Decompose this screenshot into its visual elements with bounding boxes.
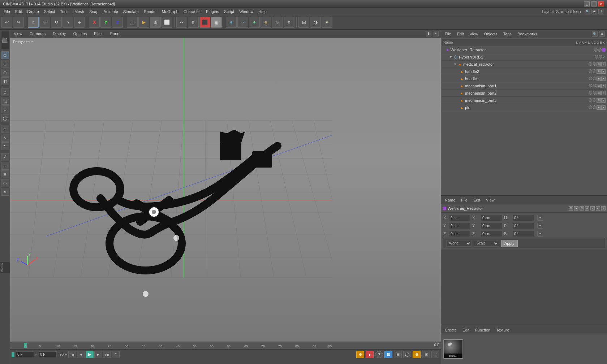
- me-menu-texture[interactable]: Texture: [495, 327, 511, 333]
- om-object-pin[interactable]: ▲ pin ⊞ ✕: [442, 104, 606, 111]
- tool-rect-select[interactable]: ⬚: [1, 97, 9, 105]
- dot-s-hn[interactable]: [595, 55, 598, 58]
- redo-button[interactable]: ↪: [13, 17, 24, 28]
- apply-button[interactable]: Apply: [501, 240, 518, 247]
- tag2-icon-mp3[interactable]: ✕: [601, 98, 606, 103]
- om-object-mechanism-part3[interactable]: ▲ mechanism_part3 ⊞ ✕: [442, 97, 606, 104]
- tool-extra[interactable]: ⊗: [1, 188, 9, 196]
- tool-live-select[interactable]: ⊙: [1, 88, 9, 96]
- menu-help[interactable]: Help: [256, 9, 269, 14]
- help-icon-topbar[interactable]: ?: [598, 9, 604, 14]
- close-button[interactable]: ✕: [598, 1, 604, 6]
- dot-v-hn[interactable]: [599, 55, 602, 58]
- tool-obj-mode[interactable]: ◧: [1, 77, 9, 85]
- render-view-button[interactable]: ▶: [138, 17, 149, 28]
- goto-end-button[interactable]: ⏭: [103, 351, 111, 358]
- om-search-icon[interactable]: 🔍: [592, 31, 598, 37]
- menu-mesh[interactable]: Mesh: [72, 9, 86, 14]
- select-tool-button[interactable]: ⊙: [28, 17, 39, 28]
- subdivision-button[interactable]: ⊞: [284, 17, 294, 28]
- grid-button[interactable]: ⊞: [298, 17, 309, 28]
- z-axis-button[interactable]: Z: [112, 17, 123, 28]
- me-menu-create[interactable]: Create: [443, 327, 458, 333]
- move-tool-button[interactable]: ✛: [39, 17, 50, 28]
- viewport[interactable]: X Y Z Perspective: [10, 38, 441, 342]
- menu-plugins[interactable]: Plugins: [204, 9, 221, 14]
- tool-poly-mode[interactable]: ⬡: [1, 69, 9, 77]
- om-object-mechanism-part2[interactable]: ▲ mechanism_part2 ⊞ ✕: [442, 90, 606, 97]
- color-chip[interactable]: [602, 48, 606, 52]
- vp-icon-lock[interactable]: +: [433, 31, 439, 36]
- add-object-button[interactable]: ⊕: [226, 17, 237, 28]
- om-object-mechanism-part1[interactable]: ▲ mechanism_part1 ⊞ ✕: [442, 82, 606, 90]
- menu-file[interactable]: File: [1, 9, 12, 14]
- render-region-button[interactable]: ⬚: [127, 17, 138, 28]
- am-menu-view[interactable]: View: [485, 197, 496, 203]
- timeline-nav6[interactable]: ⬚: [431, 351, 439, 358]
- menu-animate[interactable]: Animate: [102, 9, 120, 14]
- menu-script[interactable]: Script: [222, 9, 236, 14]
- viewport-menu-view[interactable]: View: [12, 31, 24, 36]
- spline-button[interactable]: ⬡: [272, 17, 283, 28]
- world-select[interactable]: World: [446, 240, 472, 247]
- me-menu-edit[interactable]: Edit: [461, 327, 471, 333]
- undo-button[interactable]: ↩: [1, 17, 12, 28]
- om-object-hnadle1[interactable]: ▲ hnadle1 ⊞ ✕: [442, 75, 606, 82]
- tool-move[interactable]: ✛: [1, 125, 9, 133]
- generator-button[interactable]: ◎: [261, 17, 271, 28]
- menu-simulate[interactable]: Simulate: [121, 9, 141, 14]
- current-frame-input[interactable]: [16, 351, 34, 358]
- dot-v-mp2[interactable]: [593, 91, 596, 95]
- settings-icon-topbar[interactable]: ★: [591, 9, 597, 14]
- x-row-icon[interactable]: +: [537, 215, 543, 221]
- vp-icon-expand[interactable]: ⬆: [426, 31, 431, 36]
- am-menu-edit[interactable]: Edit: [472, 197, 482, 203]
- om-menu-tags[interactable]: Tags: [502, 31, 513, 37]
- om-object-handle2[interactable]: ▲ handle2 ⊞ ✕: [442, 68, 606, 75]
- b-rot-value[interactable]: 0 °: [513, 230, 534, 237]
- tag-icon-h1[interactable]: ⊞: [597, 77, 601, 81]
- tag2-icon-mp2[interactable]: ✕: [601, 91, 606, 95]
- menu-edit[interactable]: Edit: [13, 9, 24, 14]
- dot-v-h1[interactable]: [593, 77, 596, 80]
- tool-rotate[interactable]: ↻: [1, 142, 9, 150]
- help-button[interactable]: ?: [375, 351, 383, 358]
- viewport-menu-cameras[interactable]: Cameras: [28, 31, 47, 36]
- deform-button[interactable]: ⊃: [237, 17, 248, 28]
- timeline-nav4[interactable]: ⊕: [413, 351, 421, 358]
- om-menu-view[interactable]: View: [468, 31, 480, 37]
- rotate-tool-button[interactable]: ↻: [51, 17, 62, 28]
- goto-start-button[interactable]: ⏮: [68, 351, 76, 358]
- y-pos-value[interactable]: 0 cm: [449, 222, 471, 229]
- menu-tools[interactable]: Tools: [58, 9, 72, 14]
- timeline-nav2[interactable]: ⊟: [394, 351, 402, 358]
- x-pos-value[interactable]: 0 cm: [449, 214, 471, 221]
- am-icon7[interactable]: ✕: [601, 206, 606, 211]
- hypernurbs-expand-icon[interactable]: ▼: [449, 55, 452, 59]
- x-axis-button[interactable]: X: [89, 17, 100, 28]
- dot-s[interactable]: [594, 48, 598, 52]
- z-scale-value[interactable]: 0 cm: [481, 230, 503, 237]
- me-menu-function[interactable]: Function: [474, 327, 492, 333]
- tool-lasso[interactable]: ⊂: [1, 105, 9, 113]
- om-object-medical-retractor[interactable]: ▼ ▲ medical_retractor ⊞ ✕: [442, 61, 606, 68]
- p-rot-value[interactable]: 0 °: [513, 222, 534, 229]
- tool-loop-select[interactable]: ◯: [1, 114, 9, 122]
- tag-icon-mr[interactable]: ⊞: [597, 62, 601, 66]
- y-axis-button[interactable]: Y: [100, 17, 111, 28]
- timeline-nav1[interactable]: ⊞: [384, 351, 392, 358]
- timeline-frame-marker[interactable]: [12, 352, 14, 357]
- dot-s-h1[interactable]: [589, 77, 592, 80]
- om-menu-bookmarks[interactable]: Bookmarks: [516, 31, 539, 37]
- maximize-button[interactable]: □: [591, 1, 597, 6]
- tag-icon-mp3[interactable]: ⊞: [597, 98, 601, 103]
- dot-s-mp1[interactable]: [589, 84, 592, 87]
- dot-v[interactable]: [598, 48, 602, 52]
- tool-paint[interactable]: ⊞: [1, 170, 9, 178]
- render-to-button[interactable]: ⬜: [162, 17, 172, 28]
- z-pos-value[interactable]: 0 cm: [449, 230, 471, 237]
- scale-select[interactable]: Scale: [474, 240, 499, 247]
- am-menu-file[interactable]: File: [460, 197, 469, 203]
- dot-s-pin[interactable]: [589, 105, 592, 109]
- om-menu-file[interactable]: File: [443, 31, 453, 37]
